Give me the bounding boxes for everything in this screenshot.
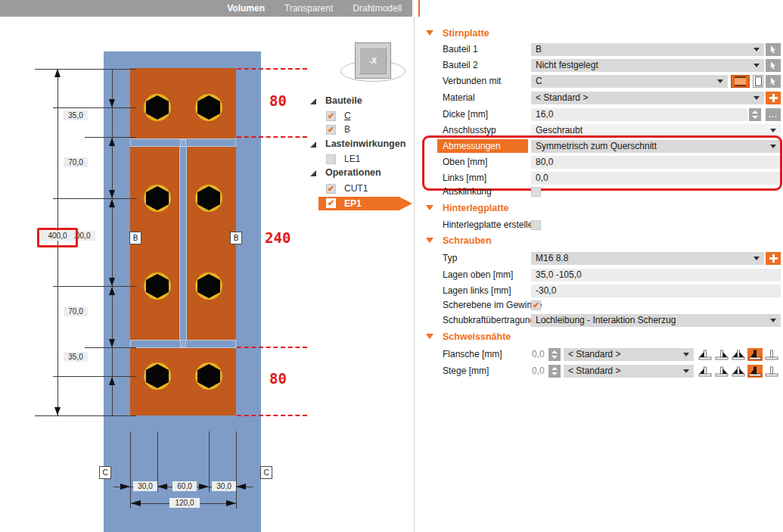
tree-item-ep1[interactable]: EP1: [344, 198, 362, 209]
weld-type-fillet-left-button[interactable]: [698, 365, 713, 378]
section-schrauben[interactable]: Schrauben: [443, 235, 492, 246]
dim-arrow: [54, 407, 61, 415]
spinner-down-icon: [752, 116, 758, 119]
checkbox-le1[interactable]: [326, 154, 336, 164]
section-stirnplatte[interactable]: Stirnplatte: [443, 28, 489, 39]
bauteil1-dropdown[interactable]: B: [531, 43, 764, 56]
dim-arrow: [54, 69, 61, 77]
beam-web-tab-bottom: [180, 340, 186, 347]
tree-item-cut1[interactable]: CUT1: [344, 183, 368, 194]
flansche-value: 0,0: [532, 348, 545, 361]
chevron-down-icon: [683, 353, 689, 356]
material-add-button[interactable]: [766, 92, 781, 104]
plate-orientation-vertical-button[interactable]: [753, 75, 763, 88]
plate-vertical-icon: [755, 76, 762, 86]
checkbox-b[interactable]: ✔: [326, 125, 336, 135]
lagen-links-input[interactable]: -30,0: [531, 285, 781, 297]
weld-type-fillet-both-button[interactable]: [731, 365, 746, 378]
red-dim-80-top: 80: [269, 92, 287, 109]
bolt[interactable]: [144, 94, 171, 121]
dicke-stepper[interactable]: [749, 108, 761, 121]
view-mode-volumen[interactable]: Volumen: [227, 3, 265, 14]
flansche-label: Flansche [mm]: [443, 348, 502, 361]
bolt[interactable]: [144, 362, 171, 390]
ausklinkung-label: Ausklinkung: [443, 185, 492, 198]
hinterlegplatte-erstellen-checkbox[interactable]: [531, 220, 541, 230]
bauteil2-pick-button[interactable]: [766, 59, 781, 72]
bolt[interactable]: [195, 94, 222, 121]
expander-icon[interactable]: [310, 142, 316, 148]
bolt[interactable]: [144, 185, 171, 212]
verbunden-pick-button[interactable]: [766, 75, 781, 88]
plus-icon: [769, 94, 778, 102]
view-mode-drahtmodell[interactable]: Drahtmodell: [353, 3, 402, 14]
typ-add-button[interactable]: [766, 252, 781, 265]
bolt[interactable]: [195, 185, 222, 212]
weld-type-plain-button[interactable]: [764, 365, 779, 378]
column-marker-left: C: [99, 466, 111, 479]
weld-type-fillet-right-button[interactable]: [714, 348, 729, 361]
dim-arrow: [157, 484, 167, 490]
checkbox-cut1[interactable]: ✔: [326, 184, 336, 194]
view-mode-transparent[interactable]: Transparent: [284, 3, 333, 14]
tree-section-operationen[interactable]: Operationen: [325, 167, 381, 178]
section-collapse-icon[interactable]: [426, 238, 433, 243]
bauteil1-pick-button[interactable]: [766, 43, 781, 56]
beam-marker-left: B: [129, 232, 141, 244]
stege-std-dropdown[interactable]: < Standard >: [564, 365, 694, 378]
expander-icon[interactable]: [310, 98, 316, 104]
spinner-up-icon: [552, 367, 558, 370]
red-dim-240: 240: [265, 229, 291, 246]
lagen-oben-input[interactable]: 35,0 -105,0: [531, 269, 781, 282]
dicke-input[interactable]: 16,0: [531, 108, 747, 121]
tree-section-lasteinwirkungen[interactable]: Lasteinwirkungen: [325, 138, 405, 149]
bolt[interactable]: [195, 362, 222, 390]
panel-splitter[interactable]: [414, 17, 415, 532]
chevron-down-icon: [753, 64, 760, 67]
chevron-down-icon: [770, 129, 776, 132]
checkbox-ep1[interactable]: ✔: [326, 198, 336, 208]
dicke-label: Dicke [mm]: [443, 108, 488, 121]
dicke-more-button[interactable]: ...: [766, 108, 781, 121]
section-collapse-icon[interactable]: [426, 205, 433, 210]
section-hinterlegplatte[interactable]: Hinterlegplatte: [443, 203, 509, 213]
dim-line-chain: [112, 69, 113, 415]
schubkraft-dropdown[interactable]: Lochleibung - Interaktion Scherzug: [531, 314, 781, 327]
chevron-down-icon: [770, 319, 776, 322]
beam-web: [179, 146, 187, 341]
flansche-std-dropdown[interactable]: < Standard >: [564, 348, 694, 361]
tree-item-le1[interactable]: LE1: [344, 154, 360, 164]
ausklinkung-checkbox[interactable]: [531, 187, 541, 197]
weld-type-butt-button-selected[interactable]: [747, 365, 763, 378]
dim-arrow: [226, 500, 236, 506]
weld-type-plain-button[interactable]: [764, 348, 779, 361]
bauteil2-dropdown[interactable]: Nicht festgelegt: [531, 59, 764, 72]
tree-item-c[interactable]: C: [344, 110, 351, 121]
weld-type-fillet-both-button[interactable]: [731, 348, 746, 361]
checkbox-c[interactable]: ✔: [326, 111, 336, 121]
cursor-icon: [769, 76, 778, 86]
weld-type-fillet-left-button[interactable]: [698, 348, 713, 361]
material-dropdown[interactable]: < Standard >: [531, 92, 764, 104]
tree-section-bauteile[interactable]: Bauteile: [325, 95, 362, 106]
expander-icon[interactable]: [310, 170, 316, 176]
dim-arrow: [109, 287, 115, 295]
tree-item-b[interactable]: B: [344, 124, 350, 135]
verbunden-mit-dropdown[interactable]: C: [531, 75, 728, 88]
weld-type-butt-button-selected[interactable]: [747, 348, 763, 361]
bolt-head-icon: [146, 364, 169, 388]
typ-dropdown[interactable]: M16 8.8: [531, 252, 764, 265]
section-schweissnaehte[interactable]: Schweissnähte: [443, 331, 511, 342]
dim-label-30-right: 30,0: [212, 481, 236, 491]
flansche-stepper[interactable]: [548, 348, 561, 361]
plate-orientation-horizontal-button[interactable]: [731, 75, 750, 88]
section-collapse-icon[interactable]: [426, 30, 433, 36]
scherebene-checkbox[interactable]: ✔: [531, 300, 541, 310]
bolt[interactable]: [195, 272, 222, 300]
section-collapse-icon[interactable]: [426, 334, 433, 339]
beam-marker-right: B: [230, 232, 242, 244]
dim-label-60: 60,0: [172, 481, 197, 491]
bolt[interactable]: [144, 272, 171, 300]
stege-stepper[interactable]: [548, 365, 561, 378]
weld-type-fillet-right-button[interactable]: [714, 365, 729, 378]
